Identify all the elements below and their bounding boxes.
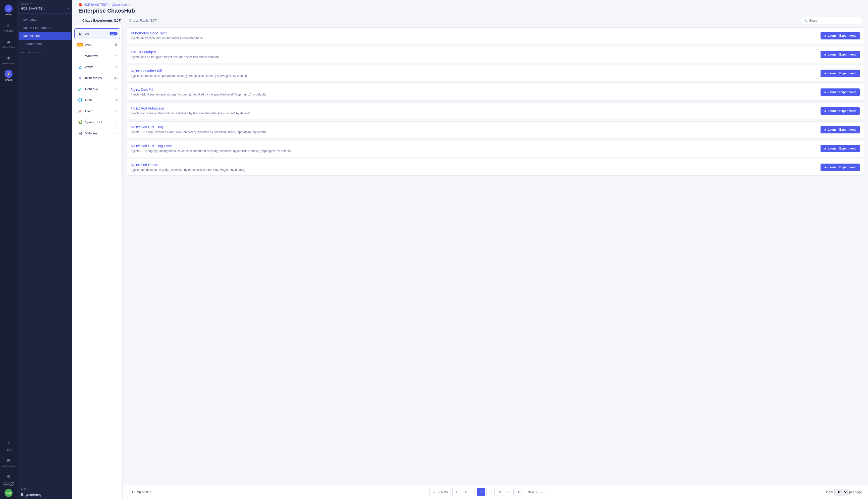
experiment-info: Nginx Pod CPU Hog Exec Injects CPU hog b… [131,144,820,153]
sidebar-section-project-setup: PROJECT SETUP ⌄ [17,48,72,55]
kubernetes-icon: ⎈ [77,75,83,81]
user-avatar[interactable]: NM [4,489,13,497]
per-page-label: per page [849,490,862,494]
next-page-button[interactable]: Next → → [525,488,546,496]
aws-icon: aws [77,42,83,48]
experiment-name[interactable]: Locust Loadgen [131,50,820,54]
launch-experiment-button[interactable]: ▶ Launch Experiment [820,32,860,39]
project-name[interactable]: HCE-SAAS-TE... › [21,7,69,10]
sidebar-item-environments[interactable]: Environments [18,40,71,48]
experiment-desc: Injects CPU hog by running md5sum via ex… [131,149,820,153]
category-item-load[interactable]: 📈 Load 1 [74,106,120,116]
launch-experiment-button[interactable]: ▶ Launch Experiment [820,88,860,96]
category-item-all[interactable]: ⚙ All 107 [74,28,120,39]
help-icon: ? [4,440,13,448]
table-row: Nginx Disk Fill Injects disk fill (ephem… [127,84,864,100]
nav-item-projects[interactable]: ◫ Projects [0,19,17,35]
experiment-info: Locust Loadgen Injects load on the given… [131,50,820,59]
sidebar-item-chaoshubs[interactable]: ChaosHubs [18,32,71,40]
play-icon: ▶ [824,129,827,131]
category-item-windows[interactable]: ⊞ Windows 4 [74,50,120,61]
experiment-name[interactable]: Nginx Pod Delete [131,163,820,167]
nav-item-chaos[interactable]: ⚡ Chaos [0,67,17,84]
launch-experiment-button[interactable]: ▶ Launch Experiment [820,126,860,133]
page-11-button[interactable]: 11 [515,488,523,496]
experiment-name[interactable]: Nginx Disk Fill [131,87,820,92]
pagination: (61 - 70) of 107 ← ← Prev 1 2 ··· 7 8 9 … [123,485,868,499]
chaos-icon: ⚡ [4,70,13,78]
breadcrumb-chaoshubs[interactable]: ChaosHubs [112,3,127,7]
category-item-azure[interactable]: △ Azure 7 [74,62,120,72]
table-row: Nginx Pod Autoscaler Injects pod scale o… [127,102,864,119]
category-item-spring-boot[interactable]: 🌿 Spring Boot 6 [74,117,120,127]
experiment-desc: Injects load on the given target host fo… [131,55,820,59]
project-label: Project [21,3,69,5]
page-8-button[interactable]: 8 [486,488,495,496]
tabs-search: 🔍 [801,17,862,24]
experiment-desc: Injects pod deletion on pod(s) identifie… [131,168,820,172]
experiment-info: Nginx Container Kill Injects container k… [131,69,820,78]
project-chevron-icon: › [68,7,69,10]
chaos-label: CHAOS [17,486,72,492]
page-2-button[interactable]: 2 [462,488,470,496]
nav-item-cloud-costs[interactable]: ☁ Cloud Costs [0,35,17,51]
category-item-aws[interactable]: aws AWS 41 [74,39,120,50]
experiment-name[interactable]: Nginx Pod CPU Hog [131,125,820,129]
page-10-button[interactable]: 10 [506,488,513,496]
category-item-boutique[interactable]: 🧪 Boutique 1 [74,84,120,94]
per-page-select[interactable]: 10 20 50 [834,489,848,496]
breadcrumb-icon: 🔴 [78,3,82,7]
home-icon: ⌂ [4,4,13,13]
table-row: Nginx Container Kill Injects container k… [127,65,864,82]
page-9-button[interactable]: 9 [496,488,504,496]
nav-item-account-settings[interactable]: ⚙ ACCOUNT SETTINGS [0,470,18,489]
main-content: 🔴 HCE-SAAS-TEST › ChaosHubs › Enterprise… [72,0,868,499]
sidebar-item-chaos-experiments[interactable]: Chaos Experiments [18,24,71,32]
nav-item-home[interactable]: ⌂ Home [0,2,17,19]
launch-experiment-button[interactable]: ▶ Launch Experiment [820,107,860,115]
show-label: Show [824,490,833,494]
nav-item-dashboards[interactable]: ⊞ DASHBOARDS [0,454,18,470]
security-icon: ◈ [4,53,13,62]
category-item-kubernetes[interactable]: ⎈ Kubernetes 33 [74,73,120,83]
pagination-dots: ··· [471,490,476,494]
per-page-selector: Show 10 20 50 per page [824,489,862,496]
tab-chaos-faults[interactable]: Chaos Faults (107) [125,16,161,25]
content-area: ⚙ All 107 aws AWS 41 ⊞ Windows 4 △ Azure… [72,25,868,499]
category-item-vmware[interactable]: ▣ VMware 15 [74,128,120,138]
dashboards-icon: ⊞ [4,456,13,464]
experiment-name[interactable]: Nginx Container Kill [131,69,820,73]
page-7-button[interactable]: 7 [477,488,485,496]
experiments-section: Kubernetes Node Taint Injects an evictio… [123,25,868,499]
all-icon: ⚙ [77,31,83,37]
launch-experiment-button[interactable]: ▶ Launch Experiment [820,70,860,77]
breadcrumb-project[interactable]: HCE-SAAS-TEST [84,3,108,7]
search-input[interactable] [809,19,859,22]
launch-experiment-button[interactable]: ▶ Launch Experiment [820,163,860,171]
left-nav: ⌂ Home ◫ Projects ☁ Cloud Costs ◈ Securi… [0,0,17,499]
tab-chaos-experiments[interactable]: Chaos Experiments (107) [78,16,125,25]
prev-arrow-icon: ← [432,490,435,494]
experiment-name[interactable]: Nginx Pod CPU Hog Exec [131,144,820,148]
category-item-gcp[interactable]: 🌐 GCP 4 [74,95,120,105]
nav-item-security-tests[interactable]: ◈ Security Tests [0,51,17,67]
experiment-desc: Injects CPU hog (resource exhaustion) on… [131,130,820,134]
table-row: Kubernetes Node Taint Injects an evictio… [127,27,864,44]
play-icon: ▶ [824,147,827,150]
tabs-bar: Chaos Experiments (107) Chaos Faults (10… [72,16,868,25]
breadcrumb: 🔴 HCE-SAAS-TEST › ChaosHubs › [72,0,868,7]
launch-experiment-button[interactable]: ▶ Launch Experiment [820,145,860,152]
nav-item-help[interactable]: ? HELP [0,437,18,454]
experiment-name[interactable]: Nginx Pod Autoscaler [131,106,820,110]
prev-page-button[interactable]: ← ← Prev [430,488,450,496]
experiment-name[interactable]: Kubernetes Node Taint [131,31,820,35]
project-setup-chevron-icon[interactable]: ⌄ [66,51,69,54]
page-1-button[interactable]: 1 [452,488,460,496]
table-row: Nginx Pod CPU Hog Exec Injects CPU hog b… [127,140,864,157]
experiments-list: Kubernetes Node Taint Injects an evictio… [123,25,868,485]
sidebar-item-overview[interactable]: Overview [18,16,71,24]
sidebar: Project HCE-SAAS-TE... › Overview Chaos … [17,0,72,499]
azure-icon: △ [77,64,83,70]
launch-experiment-button[interactable]: ▶ Launch Experiment [820,51,860,58]
table-row: Locust Loadgen Injects load on the given… [127,46,864,63]
